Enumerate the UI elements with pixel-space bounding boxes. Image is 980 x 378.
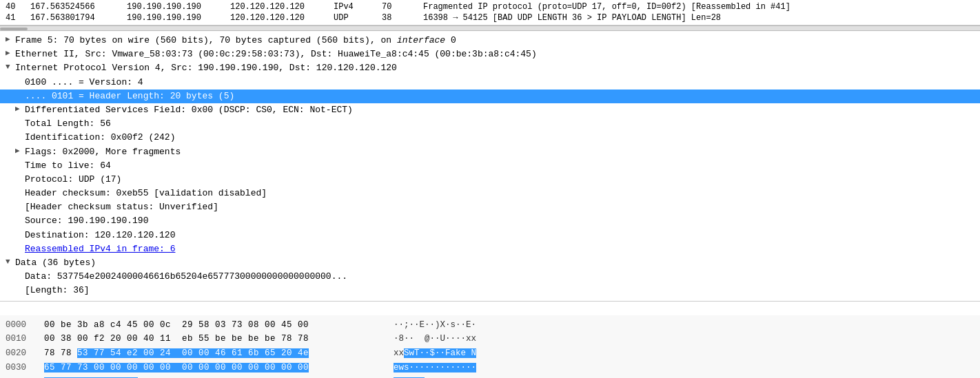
row-info: 16398 → 54125 [BAD UDP LENGTH 36 > IP PA…: [423, 13, 974, 23]
ip-chk-text: Header checksum: 0xeb55 [validation disa…: [25, 187, 267, 200]
row-proto: IPv4: [334, 2, 382, 12]
frame5-line[interactable]: ▶ Frame 5: 70 bytes on wire (560 bits), …: [0, 34, 980, 48]
ip-chks-line[interactable]: [Header checksum status: Unverified]: [0, 200, 980, 214]
hex-offset: 0020: [6, 347, 33, 360]
ip-proto-line[interactable]: Protocol: UDP (17): [0, 173, 980, 187]
eth-line[interactable]: ▶ Ethernet II, Src: Vmware_58:03:73 (00:…: [0, 48, 980, 61]
ip-src-text: Source: 190.190.190.190: [25, 215, 148, 227]
row-time: 167.563801794: [30, 13, 127, 23]
data-len-text: [Length: 36]: [25, 284, 90, 297]
ip-tlen-text: Total Length: 56: [25, 118, 111, 130]
ip-chk-line[interactable]: Header checksum: 0xeb55 [validation disa…: [0, 187, 980, 200]
row-time: 167.563524566: [30, 2, 127, 12]
ip-text: Internet Protocol Version 4, Src: 190.19…: [15, 62, 397, 74]
row-len: 70: [382, 2, 423, 12]
ip-tlen-line[interactable]: Total Length: 56: [0, 117, 980, 131]
expand-arrow[interactable]: ▶: [15, 104, 25, 114]
frame5-text: Frame 5: 70 bytes on wire (560 bits), 70…: [15, 34, 456, 47]
ip-dsf-text: Differentiated Services Field: 0x00 (DSC…: [25, 104, 353, 116]
expand-arrow[interactable]: ▶: [6, 34, 15, 45]
hex-row-0010[interactable]: 0010 00 38 00 f2 20 00 40 11 eb 55 be be…: [0, 332, 980, 346]
ip-ver-text: 0100 .... = Version: 4: [25, 76, 143, 89]
expand-arrow[interactable]: ▼: [6, 257, 15, 267]
row-src: 190.190.190.190: [127, 2, 230, 12]
hex-row-0030[interactable]: 0030 65 77 73 00 00 00 00 00 00 00 00 00…: [0, 361, 980, 375]
hex-offset: 0000: [6, 319, 33, 332]
row-num: 41: [6, 13, 30, 23]
hex-row-0000[interactable]: 0000 00 be 3b a8 c4 45 00 0c 29 58 03 73…: [0, 318, 980, 333]
packet-list: 40 167.563524566 190.190.190.190 120.120…: [0, 0, 980, 25]
ip-hlen-text: .... 0101 = Header Length: 20 bytes (5): [25, 90, 234, 103]
row-src: 190.190.190.190: [127, 13, 230, 23]
ip-dst-line[interactable]: Destination: 120.120.120.120: [0, 229, 980, 242]
table-row-40[interactable]: 40 167.563524566 190.190.190.190 120.120…: [0, 1, 980, 12]
ip-proto-text: Protocol: UDP (17): [25, 174, 121, 186]
hex-ascii: ··;··E··)X·s··E·: [383, 319, 476, 332]
ip-line[interactable]: ▼ Internet Protocol Version 4, Src: 190.…: [0, 61, 980, 75]
expand-arrow[interactable]: ▼: [6, 62, 15, 72]
data-text: Data (36 bytes): [15, 257, 96, 269]
row-dst: 120.120.120.120: [230, 2, 334, 12]
ip-dst-text: Destination: 120.120.120.120: [25, 229, 175, 242]
row-dst: 120.120.120.120: [230, 13, 334, 23]
hex-bytes: 65 77 73 00 00 00 00 00 00 00 00 00 00 0…: [33, 361, 378, 375]
hex-ascii: ews·············: [383, 361, 476, 375]
row-info: Fragmented IP protocol (proto=UDP 17, of…: [423, 2, 974, 12]
expand-arrow[interactable]: ▶: [15, 146, 25, 156]
ip-chks-text: [Header checksum status: Unverified]: [25, 201, 218, 213]
ip-reasm-link[interactable]: Reassembled IPv4 in frame: 6: [25, 243, 175, 255]
row-len: 38: [382, 13, 423, 23]
ip-src-line[interactable]: Source: 190.190.190.190: [0, 214, 980, 228]
ip-dsf-line[interactable]: ▶ Differentiated Services Field: 0x00 (D…: [0, 103, 980, 117]
ip-hlen-line[interactable]: .... 0101 = Header Length: 20 bytes (5): [0, 90, 980, 103]
ip-reasm-line[interactable]: Reassembled IPv4 in frame: 6: [0, 242, 980, 256]
expand-arrow[interactable]: ▶: [6, 48, 15, 59]
spacer: [0, 302, 980, 315]
hex-bytes: 00 be 3b a8 c4 45 00 0c 29 58 03 73 08 0…: [33, 319, 378, 332]
hex-offset: 0040: [6, 376, 33, 378]
panel-divider[interactable]: [0, 25, 980, 31]
eth-text: Ethernet II, Src: Vmware_58:03:73 (00:0c…: [15, 48, 537, 61]
ip-ttl-text: Time to live: 64: [25, 160, 111, 172]
hex-ascii: ·8·· @··U····xx: [383, 333, 476, 346]
table-row-41[interactable]: 41 167.563801794 190.190.190.190 120.120…: [0, 12, 980, 23]
row-num: 40: [6, 2, 30, 12]
hex-row-0020[interactable]: 0020 78 78 53 77 54 e2 00 24 00 00 46 61…: [0, 346, 980, 361]
ip-ver-line[interactable]: 0100 .... = Version: 4: [0, 76, 980, 90]
ip-flags-text: Flags: 0x2000, More fragments: [25, 146, 181, 158]
hex-ascii: xxSwT··$··Fake N: [383, 347, 476, 360]
ip-id-line[interactable]: Identification: 0x00f2 (242): [0, 131, 980, 145]
packet-detail-panel: ▶ Frame 5: 70 bytes on wire (560 bits), …: [0, 31, 980, 302]
hex-ascii: ······: [383, 376, 425, 378]
hex-offset: 0030: [6, 361, 33, 375]
data-val-text: Data: 537754e20024000046616b65204e657773…: [25, 271, 347, 283]
ip-ttl-line[interactable]: Time to live: 64: [0, 159, 980, 173]
hex-offset: 0010: [6, 333, 33, 346]
ip-id-text: Identification: 0x00f2 (242): [25, 132, 175, 144]
hex-dump-panel: 0000 00 be 3b a8 c4 45 00 0c 29 58 03 73…: [0, 315, 980, 378]
data-val-line[interactable]: Data: 537754e20024000046616b65204e657773…: [0, 270, 980, 284]
hex-bytes: 00 00 00 00 00 00: [33, 376, 378, 378]
ip-flags-line[interactable]: ▶ Flags: 0x2000, More fragments: [0, 145, 980, 159]
data-line[interactable]: ▼ Data (36 bytes): [0, 256, 980, 270]
data-len-line[interactable]: [Length: 36]: [0, 284, 980, 297]
hex-bytes: 78 78 53 77 54 e2 00 24 00 00 46 61 6b 6…: [33, 347, 378, 360]
hex-row-0040[interactable]: 0040 00 00 00 00 00 00 ······: [0, 375, 980, 378]
row-proto: UDP: [334, 13, 382, 23]
hex-bytes: 00 38 00 f2 20 00 40 11 eb 55 be be be b…: [33, 333, 378, 346]
